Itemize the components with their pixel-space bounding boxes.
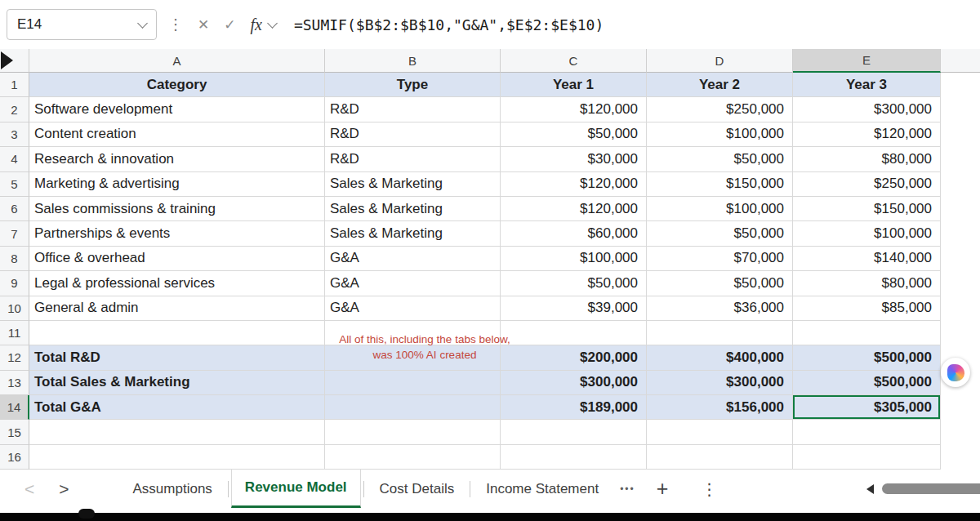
- cell-e[interactable]: $500,000: [793, 371, 941, 395]
- cell-e[interactable]: $80,000: [793, 271, 941, 296]
- cell-a[interactable]: Total R&D: [29, 345, 325, 370]
- cell-d[interactable]: [647, 321, 793, 345]
- col-header-b[interactable]: B: [325, 49, 501, 73]
- cell-d[interactable]: $400,000: [647, 345, 793, 370]
- cell-d[interactable]: $36,000: [647, 296, 793, 321]
- row-number[interactable]: 3: [0, 122, 29, 147]
- sheet-options-menu-icon[interactable]: ⋮: [701, 479, 717, 499]
- cell-e[interactable]: [793, 445, 941, 470]
- sheet-tab-assumptions[interactable]: Assumptions: [120, 470, 225, 508]
- col-header-c[interactable]: C: [501, 49, 647, 73]
- cell-b[interactable]: [325, 395, 501, 420]
- cell-b[interactable]: Sales & Marketing: [325, 172, 501, 197]
- scroll-left-arrow-icon[interactable]: [866, 484, 874, 494]
- cell-a[interactable]: Partnerships & events: [29, 221, 325, 246]
- add-sheet-button[interactable]: +: [657, 479, 669, 499]
- cell-b[interactable]: Sales & Marketing: [325, 197, 501, 221]
- cancel-button[interactable]: ✕: [198, 16, 209, 33]
- cell-d[interactable]: $100,000: [647, 122, 793, 147]
- cell-c[interactable]: [501, 420, 647, 444]
- cell-a[interactable]: [29, 420, 325, 444]
- cell-a[interactable]: [29, 321, 325, 345]
- cell-a[interactable]: Sales commissions & training: [29, 197, 325, 221]
- cell-a[interactable]: Research & innovation: [29, 147, 325, 171]
- row-number[interactable]: 14: [0, 395, 29, 420]
- cell-b[interactable]: R&D: [325, 97, 501, 122]
- cell-b[interactable]: [325, 445, 501, 470]
- cell-c[interactable]: $50,000: [501, 122, 647, 147]
- cell-a[interactable]: Software development: [29, 97, 325, 122]
- cell-e[interactable]: $80,000: [793, 147, 941, 171]
- row-number[interactable]: 11: [0, 321, 29, 345]
- cell-c[interactable]: $120,000: [501, 97, 647, 122]
- cell-a[interactable]: Total Sales & Marketing: [29, 371, 325, 395]
- enter-button[interactable]: ✓: [224, 16, 235, 33]
- cell-e[interactable]: $305,000: [793, 395, 941, 420]
- cell-b[interactable]: G&A: [325, 247, 501, 271]
- cell-b[interactable]: Sales & Marketing: [325, 221, 501, 246]
- cell-b[interactable]: [325, 321, 501, 345]
- cell-d[interactable]: [647, 420, 793, 444]
- cell-c[interactable]: $120,000: [501, 197, 647, 221]
- cell-b[interactable]: G&A: [325, 296, 501, 321]
- cell-e[interactable]: [793, 420, 941, 444]
- row-number[interactable]: 6: [0, 197, 29, 221]
- cell-b[interactable]: R&D: [325, 122, 501, 147]
- cell-e[interactable]: $120,000: [793, 122, 941, 147]
- col-header-d[interactable]: D: [647, 49, 793, 73]
- formula-input[interactable]: =SUMIF($B$2:$B$10,"G&A",$E$2:$E$10): [294, 16, 604, 33]
- cell-d[interactable]: $50,000: [647, 221, 793, 246]
- cell-a[interactable]: Category: [29, 73, 325, 97]
- col-header-a[interactable]: A: [29, 49, 325, 73]
- cell-c[interactable]: $39,000: [501, 296, 647, 321]
- row-number[interactable]: 4: [0, 147, 29, 171]
- row-number[interactable]: 12: [0, 345, 29, 370]
- more-sheets-button[interactable]: •••: [620, 483, 635, 495]
- cell-b[interactable]: G&A: [325, 271, 501, 296]
- cell-a[interactable]: Total G&A: [29, 395, 325, 420]
- cell-b[interactable]: R&D: [325, 147, 501, 171]
- copilot-button[interactable]: [941, 358, 970, 387]
- cell-a[interactable]: [29, 445, 325, 470]
- cell-c[interactable]: $200,000: [501, 345, 647, 370]
- sheet-nav-forward-icon[interactable]: >: [59, 480, 69, 497]
- row-number[interactable]: 5: [0, 172, 29, 197]
- cell-c[interactable]: $50,000: [501, 271, 647, 296]
- cell-d[interactable]: $300,000: [647, 371, 793, 395]
- sheet-nav-back-icon[interactable]: <: [24, 480, 34, 497]
- cell-e[interactable]: $300,000: [793, 97, 941, 122]
- cell-b[interactable]: [325, 345, 501, 370]
- cell-e[interactable]: [793, 321, 941, 345]
- sheet-tab-income-statement[interactable]: Income Statement: [473, 470, 612, 508]
- cell-c[interactable]: $300,000: [501, 371, 647, 395]
- cell-a[interactable]: Office & overhead: [29, 247, 325, 271]
- row-number[interactable]: 1: [0, 73, 29, 97]
- cell-a[interactable]: Legal & professional services: [29, 271, 325, 296]
- cell-b[interactable]: [325, 420, 501, 444]
- cell-e[interactable]: Year 3: [793, 73, 941, 97]
- cell-a[interactable]: Marketing & advertising: [29, 172, 325, 197]
- cell-d[interactable]: Year 2: [647, 73, 793, 97]
- cell-b[interactable]: Type: [325, 73, 501, 97]
- cell-e[interactable]: $500,000: [793, 345, 941, 370]
- sheet-tab-cost-details[interactable]: Cost Details: [367, 470, 468, 508]
- cell-c[interactable]: Year 1: [501, 73, 647, 97]
- cell-e[interactable]: $140,000: [793, 247, 941, 271]
- row-number[interactable]: 8: [0, 247, 29, 271]
- cell-d[interactable]: $150,000: [647, 172, 793, 197]
- cell-c[interactable]: $100,000: [501, 247, 647, 271]
- cell-e[interactable]: $250,000: [793, 172, 941, 197]
- col-header-e[interactable]: E: [793, 49, 941, 73]
- cell-c[interactable]: $120,000: [501, 172, 647, 197]
- fx-chevron-down-icon[interactable]: [267, 18, 278, 29]
- row-number[interactable]: 9: [0, 271, 29, 296]
- cell-c[interactable]: [501, 321, 647, 345]
- row-number[interactable]: 2: [0, 97, 29, 122]
- row-number[interactable]: 10: [0, 296, 29, 321]
- name-box[interactable]: E14: [7, 9, 157, 40]
- cell-a[interactable]: General & admin: [29, 296, 325, 321]
- row-number[interactable]: 15: [0, 420, 29, 444]
- cell-d[interactable]: $250,000: [647, 97, 793, 122]
- cell-d[interactable]: [647, 445, 793, 470]
- cell-c[interactable]: [501, 445, 647, 470]
